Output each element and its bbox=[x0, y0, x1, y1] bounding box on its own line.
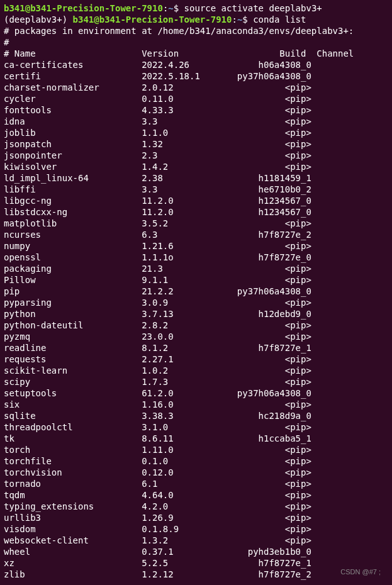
watermark: CSDN @#7 ; bbox=[340, 566, 381, 577]
package-row: cycler 0.11.0 <pip> bbox=[4, 93, 388, 104]
cwd: ~ bbox=[168, 3, 173, 13]
package-row: fonttools 4.33.3 <pip> bbox=[4, 104, 388, 116]
package-row: typing_extensions 4.2.0 <pip> bbox=[4, 501, 388, 512]
package-row: libffi 3.3 he6710b0_2 bbox=[4, 184, 388, 195]
package-row: visdom 0.1.8.9 <pip> bbox=[4, 523, 388, 535]
package-row: numpy 1.21.6 <pip> bbox=[4, 240, 388, 252]
user-host: b341@b341-Precision-Tower-7910 bbox=[4, 3, 163, 13]
package-row: sqlite 3.38.3 hc218d9a_0 bbox=[4, 410, 388, 421]
package-row: setuptools 61.2.0 py37h06a4308_0 bbox=[4, 387, 388, 399]
package-row: requests 2.27.1 <pip> bbox=[4, 354, 388, 365]
package-row: certifi 2022.5.18.1 py37h06a4308_0 bbox=[4, 70, 388, 82]
package-row: packaging 21.3 <pip> bbox=[4, 263, 388, 274]
package-row: six 1.16.0 <pip> bbox=[4, 399, 388, 410]
package-row: torchfile 0.1.0 <pip> bbox=[4, 455, 388, 467]
package-row: scipy 1.7.3 <pip> bbox=[4, 376, 388, 387]
prompt-line-1: b341@b341-Precision-Tower-7910:~$ source… bbox=[4, 3, 388, 14]
env-prefix: (deeplabv3+) bbox=[4, 14, 73, 25]
package-row: libstdcxx-ng 11.2.0 h1234567_0 bbox=[4, 206, 388, 218]
package-row: matplotlib 3.5.2 <pip> bbox=[4, 218, 388, 229]
package-row: pyparsing 3.0.9 <pip> bbox=[4, 297, 388, 308]
package-row: scikit-learn 1.0.2 <pip> bbox=[4, 365, 388, 376]
package-row: python 3.7.13 h12debd9_0 bbox=[4, 308, 388, 320]
package-row: Pillow 9.1.1 <pip> bbox=[4, 274, 388, 286]
command-text: conda list bbox=[253, 14, 306, 25]
command-text: source activate deeplabv3+ bbox=[184, 3, 322, 13]
package-row: readline 8.1.2 h7f8727e_1 bbox=[4, 342, 388, 354]
terminal-output[interactable]: b341@b341-Precision-Tower-7910:~$ source… bbox=[4, 3, 388, 580]
package-row: idna 3.3 <pip> bbox=[4, 116, 388, 127]
package-row: ncurses 6.3 h7f8727e_2 bbox=[4, 229, 388, 240]
package-row: jsonpatch 1.32 <pip> bbox=[4, 138, 388, 150]
user-host: b341@b341-Precision-Tower-7910 bbox=[73, 14, 232, 25]
package-row: joblib 1.1.0 <pip> bbox=[4, 127, 388, 138]
package-row: zlib 1.2.12 h7f8727e_2 bbox=[4, 569, 388, 580]
package-row: wheel 0.37.1 pyhd3eb1b0_0 bbox=[4, 546, 388, 557]
header-line: # packages in environment at /home/b341/… bbox=[4, 25, 388, 36]
package-row: tqdm 4.64.0 <pip> bbox=[4, 489, 388, 501]
package-row: python-dateutil 2.8.2 <pip> bbox=[4, 320, 388, 331]
package-row: websocket-client 1.3.2 <pip> bbox=[4, 535, 388, 546]
header-line: # bbox=[4, 36, 388, 48]
package-row: pyzmq 23.0.0 <pip> bbox=[4, 331, 388, 342]
prompt-line-2: (deeplabv3+) b341@b341-Precision-Tower-7… bbox=[4, 14, 388, 25]
package-row: ca-certificates 2022.4.26 h06a4308_0 bbox=[4, 59, 388, 70]
package-row: ld_impl_linux-64 2.38 h1181459_1 bbox=[4, 172, 388, 184]
package-row: kiwisolver 1.4.2 <pip> bbox=[4, 161, 388, 172]
package-row: threadpoolctl 3.1.0 <pip> bbox=[4, 421, 388, 433]
package-row: tk 8.6.11 h1ccaba5_1 bbox=[4, 433, 388, 444]
package-row: torch 1.11.0 <pip> bbox=[4, 444, 388, 455]
package-row: tornado 6.1 <pip> bbox=[4, 478, 388, 489]
header-line: # Name Version Build Channel bbox=[4, 48, 388, 59]
package-row: openssl 1.1.1o h7f8727e_0 bbox=[4, 252, 388, 263]
package-row: urllib3 1.26.9 <pip> bbox=[4, 512, 388, 523]
package-row: pip 21.2.2 py37h06a4308_0 bbox=[4, 286, 388, 297]
package-row: libgcc-ng 11.2.0 h1234567_0 bbox=[4, 195, 388, 206]
package-row: torchvision 0.12.0 <pip> bbox=[4, 467, 388, 478]
package-row: jsonpointer 2.3 <pip> bbox=[4, 150, 388, 161]
package-row: charset-normalizer 2.0.12 <pip> bbox=[4, 82, 388, 93]
package-row: xz 5.2.5 h7f8727e_1 bbox=[4, 557, 388, 569]
